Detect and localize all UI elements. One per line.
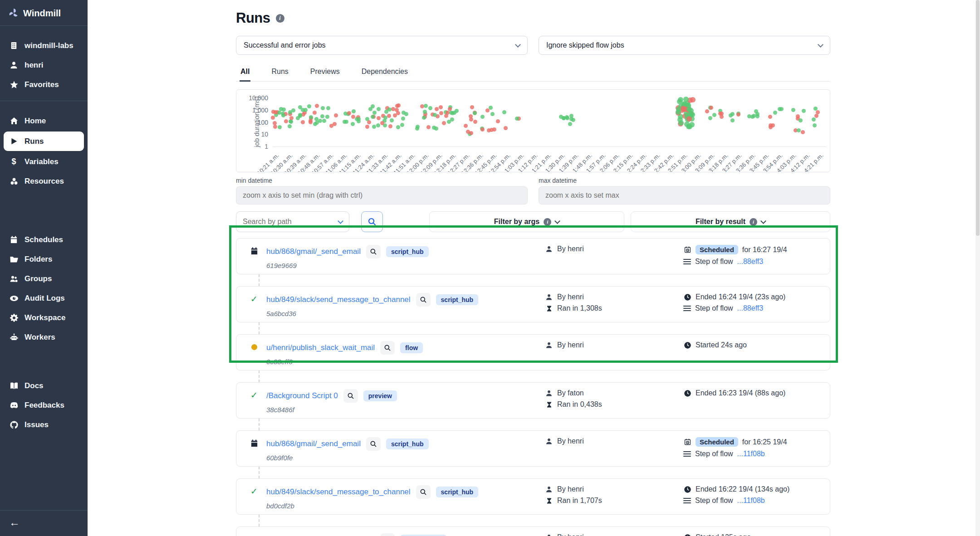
user-menu[interactable]: henri (0, 55, 88, 75)
success-job-dot[interactable] (490, 112, 495, 116)
sidebar-item-schedules[interactable]: Schedules (0, 230, 88, 249)
skipped-flow-select[interactable]: Ignore skipped flow jobs (539, 36, 830, 55)
success-job-dot[interactable] (480, 115, 485, 119)
sidebar-item-workers[interactable]: Workers (0, 327, 88, 347)
success-job-dot[interactable] (797, 128, 801, 132)
vertical-scrollbar[interactable] (975, 0, 980, 536)
success-job-dot[interactable] (404, 112, 408, 116)
flow-id-link[interactable]: ...88eff3 (737, 304, 764, 312)
max-datetime-input[interactable] (539, 186, 830, 205)
runs-info-icon[interactable]: i (276, 14, 284, 23)
sidebar-item-home[interactable]: Home (0, 111, 88, 131)
success-job-dot[interactable] (315, 121, 319, 125)
success-job-dot[interactable] (351, 122, 355, 126)
success-job-dot[interactable] (502, 110, 506, 114)
error-job-dot[interactable] (426, 125, 431, 129)
run-row[interactable]: ✓ hub/849/slack/send_message_to_channel … (236, 478, 830, 515)
error-job-dot[interactable] (681, 106, 686, 111)
error-job-dot[interactable] (273, 121, 277, 125)
error-job-dot[interactable] (387, 114, 391, 118)
sidebar-item-favorites[interactable]: Favorites (0, 75, 88, 94)
error-job-dot[interactable] (466, 130, 470, 134)
success-job-dot[interactable] (372, 125, 376, 129)
sidebar-item-groups[interactable]: Groups (0, 269, 88, 288)
filter-path-button[interactable] (380, 341, 395, 355)
success-job-dot[interactable] (813, 107, 818, 111)
success-job-dot[interactable] (730, 118, 735, 122)
error-job-dot[interactable] (333, 122, 337, 126)
success-job-dot[interactable] (371, 115, 375, 119)
success-job-dot[interactable] (568, 122, 572, 126)
success-job-dot[interactable] (320, 114, 324, 118)
error-job-dot[interactable] (490, 128, 494, 132)
success-job-dot[interactable] (372, 111, 377, 115)
flow-id-link[interactable]: ...11f08b (737, 497, 765, 505)
success-job-dot[interactable] (450, 117, 454, 122)
sidebar-item-feedbacks[interactable]: Feedbacks (0, 395, 88, 415)
run-path-link[interactable]: hub/849/slack/send_message_to_channel (266, 295, 411, 304)
run-path-link[interactable]: hub/868/gmail/_send_email (266, 439, 361, 448)
error-job-dot[interactable] (464, 124, 468, 128)
success-job-dot[interactable] (309, 115, 313, 119)
success-job-dot[interactable] (390, 118, 394, 122)
error-job-dot[interactable] (393, 113, 397, 117)
error-job-dot[interactable] (705, 109, 709, 113)
success-job-dot[interactable] (565, 115, 569, 119)
error-job-dot[interactable] (377, 116, 381, 120)
run-row[interactable]: ✓ /Background Script 0 preview 38c8486f (236, 382, 830, 419)
success-job-dot[interactable] (279, 107, 283, 111)
success-job-dot[interactable] (678, 120, 684, 126)
success-job-dot[interactable] (422, 116, 426, 120)
run-row[interactable]: u/henri/publish_slack_wait_mail flow 0c8… (236, 334, 830, 370)
error-job-dot[interactable] (284, 119, 288, 123)
error-job-dot[interactable] (480, 127, 485, 132)
sidebar-item-issues[interactable]: Issues (0, 415, 88, 434)
error-job-dot[interactable] (473, 120, 477, 124)
success-job-dot[interactable] (712, 113, 716, 117)
error-job-dot[interactable] (768, 115, 772, 119)
success-job-dot[interactable] (559, 115, 563, 119)
error-job-dot[interactable] (814, 114, 818, 118)
error-job-dot[interactable] (801, 130, 805, 134)
success-job-dot[interactable] (301, 108, 305, 112)
error-job-dot[interactable] (435, 107, 439, 111)
sidebar-item-runs[interactable]: Runs (4, 132, 84, 151)
success-job-dot[interactable] (415, 127, 419, 131)
success-job-dot[interactable] (750, 115, 755, 119)
error-job-dot[interactable] (446, 111, 450, 115)
success-job-dot[interactable] (278, 125, 282, 129)
error-job-dot[interactable] (439, 111, 443, 115)
filter-by-result-button[interactable]: Filter by result i (631, 211, 830, 232)
error-job-dot[interactable] (273, 125, 277, 129)
success-job-dot[interactable] (687, 124, 692, 129)
app-logo[interactable]: Windmill (0, 0, 88, 25)
error-job-dot[interactable] (365, 125, 369, 129)
run-row[interactable]: hub/868/gmail/_send_email script_hub 619… (236, 238, 830, 274)
success-job-dot[interactable] (289, 120, 293, 124)
flow-id-link[interactable]: ...11f08b (737, 450, 765, 458)
error-job-dot[interactable] (315, 104, 319, 108)
tab-dependencies[interactable]: Dependencies (361, 64, 409, 81)
success-job-dot[interactable] (321, 106, 325, 110)
success-job-dot[interactable] (791, 108, 795, 112)
success-job-dot[interactable] (802, 109, 806, 113)
success-job-dot[interactable] (799, 118, 803, 122)
sidebar-item-folders[interactable]: Folders (0, 249, 88, 269)
filter-path-button[interactable] (343, 389, 358, 403)
search-by-path-combobox[interactable] (236, 211, 349, 232)
success-job-dot[interactable] (571, 118, 575, 122)
sidebar-item-resources[interactable]: Resources (0, 171, 88, 191)
sidebar-item-docs[interactable]: Docs (0, 376, 88, 395)
run-row[interactable]: hub/868/gmail/_send_email script_hub 60b… (236, 430, 830, 467)
success-job-dot[interactable] (352, 109, 356, 113)
error-job-dot[interactable] (720, 115, 724, 119)
sidebar-item-audit-logs[interactable]: Audit Logs (0, 288, 88, 308)
error-job-dot[interactable] (301, 120, 305, 124)
success-job-dot[interactable] (326, 106, 330, 110)
success-job-dot[interactable] (730, 112, 735, 116)
success-job-dot[interactable] (424, 104, 428, 108)
job-status-select[interactable]: Successful and error jobs (236, 36, 528, 55)
tab-runs[interactable]: Runs (270, 64, 289, 81)
scrollbar-thumb[interactable] (976, 0, 980, 236)
success-job-dot[interactable] (377, 107, 381, 111)
